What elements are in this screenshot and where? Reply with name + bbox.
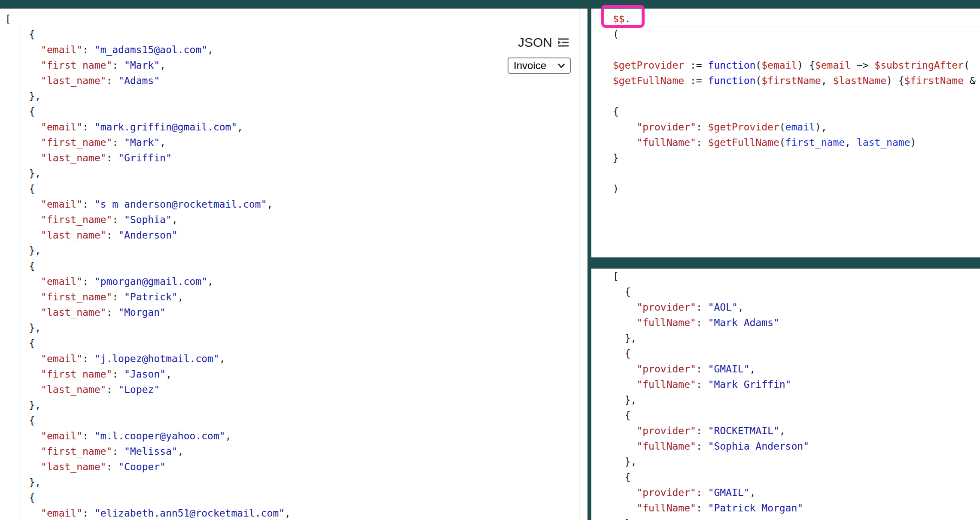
sample-data-value: Invoice — [514, 60, 546, 72]
code-line — [613, 88, 980, 104]
code-line: "last_name": "Griffin" — [5, 150, 587, 166]
active-line-border — [0, 334, 580, 334]
code-line: { — [613, 408, 980, 423]
code-line: }, — [613, 392, 980, 408]
code-line: }, — [5, 320, 587, 336]
code-line: "email": "elizabeth.ann51@rocketmail.com… — [5, 505, 587, 520]
code-line: "email": "m.l.cooper@yahoo.com", — [5, 428, 587, 444]
code-line: "email": "s_m_anderson@rocketmail.com", — [5, 197, 587, 212]
code-line: $getFullName := function($firstName, $la… — [613, 73, 980, 88]
code-line: "provider": "ROCKETMAIL", — [613, 423, 980, 438]
chevron-down-icon — [557, 63, 566, 69]
jsonata-expression-editor[interactable]: $$.($getProvider := function($email) {$e… — [591, 9, 980, 197]
code-line: { — [5, 181, 587, 197]
code-line: "email": "pmorgan@gmail.com", — [5, 274, 587, 289]
code-line: "fullName": "Patrick Morgan" — [613, 500, 980, 516]
code-line — [613, 42, 980, 57]
code-line: [ — [5, 11, 587, 27]
code-line: "email": "j.lopez@hotmail.com", — [5, 351, 587, 366]
format-lines-icon[interactable] — [557, 36, 569, 48]
input-format-row: JSON — [518, 35, 569, 50]
code-line: $getProvider := function($email) {$email… — [613, 57, 980, 73]
code-line: { — [5, 413, 587, 428]
code-line: }, — [5, 166, 587, 181]
annotation-highlight-box — [601, 5, 645, 28]
code-line: "fullName": $getFullName(first_name, las… — [613, 135, 980, 150]
code-line: "email": "mark.griffin@gmail.com", — [5, 119, 587, 135]
code-line: }, — [5, 475, 587, 490]
format-label: JSON — [518, 35, 552, 50]
code-line: "provider": $getProvider(email), — [613, 119, 980, 135]
code-line: }, — [613, 330, 980, 346]
code-line: { — [5, 258, 587, 274]
code-line: { — [5, 336, 587, 351]
code-line: "first_name": "Jason", — [5, 366, 587, 382]
json-input-panel: [ { "email": "m_adams15@aol.com", "first… — [0, 9, 587, 520]
code-line: } — [613, 150, 980, 166]
top-bar — [0, 0, 980, 9]
code-line: ( — [613, 27, 980, 42]
code-line: { — [5, 104, 587, 119]
code-line: "last_name": "Anderson" — [5, 227, 587, 243]
code-line: }, — [613, 454, 980, 469]
code-line: }, — [613, 516, 980, 520]
code-line: "provider": "AOL", — [613, 299, 980, 315]
code-line: "first_name": "Melissa", — [5, 444, 587, 459]
code-line: "first_name": "Mark", — [5, 135, 587, 150]
code-line: }, — [5, 88, 587, 104]
code-line: "last_name": "Cooper" — [5, 459, 587, 475]
code-line: $$. — [613, 11, 980, 27]
jsonata-playground: [ { "email": "m_adams15@aol.com", "first… — [0, 0, 980, 520]
sample-data-dropdown[interactable]: Invoice — [508, 57, 571, 74]
indent-guide — [38, 27, 38, 520]
results-output: [ { "provider": "AOL", "fullName": "Mark… — [591, 269, 980, 520]
code-line: { — [5, 490, 587, 505]
code-line: }, — [5, 243, 587, 258]
results-panel: [ { "provider": "AOL", "fullName": "Mark… — [591, 269, 980, 520]
active-line-border — [591, 27, 980, 27]
code-line: "first_name": "Mark", — [5, 57, 587, 73]
code-line: "first_name": "Sophia", — [5, 212, 587, 227]
code-line: }, — [5, 397, 587, 413]
json-input-editor[interactable]: [ { "email": "m_adams15@aol.com", "first… — [0, 9, 587, 520]
code-line: "last_name": "Morgan" — [5, 305, 587, 320]
code-line: "provider": "GMAIL", — [613, 361, 980, 377]
code-line: "fullName": "Mark Adams" — [613, 315, 980, 330]
jsonata-expression-panel: $$.($getProvider := function($email) {$e… — [591, 9, 980, 257]
indent-guide — [21, 27, 21, 520]
code-line: { — [613, 346, 980, 361]
code-line: { — [613, 284, 980, 299]
code-line: "last_name": "Adams" — [5, 73, 587, 88]
code-line: { — [613, 469, 980, 485]
code-line: "fullName": "Sophia Anderson" — [613, 438, 980, 454]
code-line: { — [5, 27, 587, 42]
scrollbar-track[interactable] — [579, 9, 580, 520]
code-line: "fullName": "Mark Griffin" — [613, 377, 980, 392]
code-line: { — [613, 104, 980, 119]
code-line: "email": "m_adams15@aol.com", — [5, 42, 587, 57]
code-line — [613, 166, 980, 181]
code-line: "last_name": "Lopez" — [5, 382, 587, 397]
code-line: [ — [613, 269, 980, 284]
code-line: "provider": "GMAIL", — [613, 485, 980, 500]
code-line: "first_name": "Patrick", — [5, 289, 587, 305]
code-line: ) — [613, 181, 980, 197]
